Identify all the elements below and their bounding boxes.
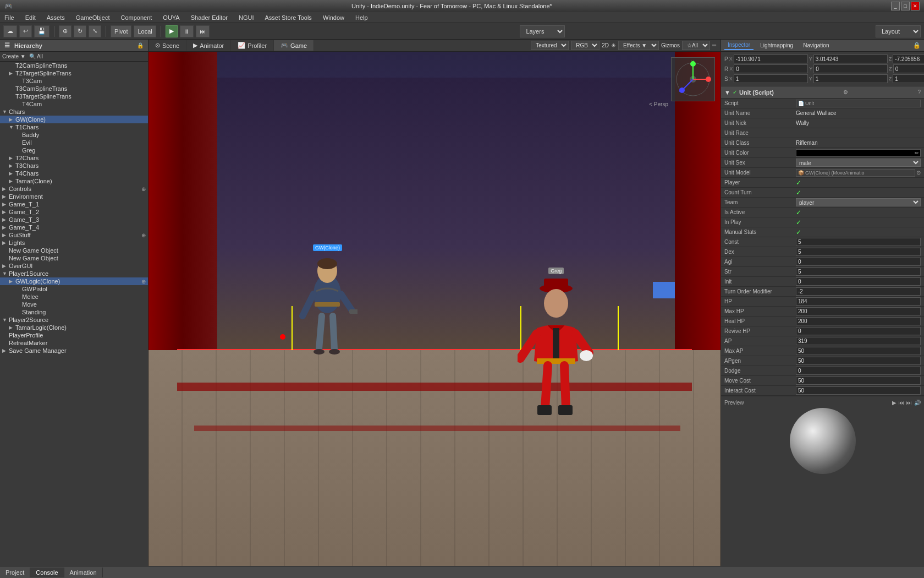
pause-button[interactable]: ⏸ (180, 25, 194, 37)
layers-dropdown[interactable]: Layers (520, 25, 565, 37)
ap-input[interactable]: 319 (796, 337, 921, 345)
close-button[interactable]: ✕ (911, 2, 920, 10)
hier-PlayerProfile[interactable]: PlayerProfile (0, 331, 148, 339)
pos-x-input[interactable]: -110.9071 (734, 54, 808, 63)
hier-Greg[interactable]: Greg (0, 146, 148, 154)
pivot-button[interactable]: Pivot (111, 25, 131, 37)
tab-game[interactable]: 🎮 Game (274, 40, 314, 51)
new-button[interactable]: ☁ (3, 25, 17, 37)
hier-Player1Source[interactable]: ▼Player1Source (0, 270, 148, 277)
gizmos-dropdown[interactable]: ☆All (682, 41, 710, 50)
hier-TamarLogicClone[interactable]: ▶TamarLogic(Clone) (0, 324, 148, 331)
hier-Standing[interactable]: Standing (0, 308, 148, 316)
apgen-input[interactable]: 50 (796, 357, 921, 365)
tab-lightmapping[interactable]: Lightmapping (757, 41, 796, 50)
dex-input[interactable]: 5 (796, 248, 921, 256)
unit-model-ref[interactable]: 📦 GW(Clone) (MoveAnimatio (796, 169, 915, 177)
in-play-checkbox[interactable]: ✓ (796, 219, 801, 226)
open-button[interactable]: ↩ (19, 25, 32, 37)
tab-profiler[interactable]: 📈 Profiler (231, 40, 274, 51)
hier-NewGameObject2[interactable]: New Game Object (0, 254, 148, 262)
hier-T3Cam[interactable]: T3Cam (0, 77, 148, 85)
turn-order-modifier-input[interactable]: -2 (796, 287, 921, 296)
str-input[interactable]: 5 (796, 268, 921, 276)
rot-x-input[interactable]: 0 (734, 64, 808, 73)
count-turn-checkbox[interactable]: ✓ (796, 189, 801, 197)
team-dropdown[interactable]: playerenemy (796, 198, 921, 206)
menu-window[interactable]: Window (321, 13, 346, 22)
tab-navigation[interactable]: Navigation (800, 41, 832, 50)
hier-GameT2[interactable]: ▶Game_T_2 (0, 208, 148, 216)
hierarchy-search[interactable]: 🔍 All (29, 53, 43, 59)
hier-Evil[interactable]: Evil (0, 139, 148, 146)
scale-z-input[interactable]: 1 (893, 74, 924, 83)
minimize-button[interactable]: _ (891, 2, 900, 10)
player-checkbox[interactable]: ✓ (796, 179, 801, 187)
hier-Environment[interactable]: ▶Environment (0, 193, 148, 200)
is-active-checkbox[interactable]: ✓ (796, 209, 801, 216)
max-hp-input[interactable]: 200 (796, 307, 921, 315)
unit-sex-dropdown[interactable]: malefemale (796, 159, 921, 167)
hier-T3TargetSplineTrans[interactable]: T3TargetSplineTrans (0, 92, 148, 100)
hier-Controls[interactable]: ▶Controls ⊕ (0, 185, 148, 193)
hier-GWLogicClone[interactable]: ▶GWLogic(Clone) ⊕ (0, 277, 148, 285)
textured-dropdown[interactable]: Textured (531, 41, 569, 50)
layout-dropdown[interactable]: Layout (876, 25, 921, 37)
tab-animation[interactable]: Animation (64, 568, 103, 577)
script-value[interactable]: 📄 Unit (796, 100, 921, 107)
hierarchy-create[interactable]: Create ▼ (2, 53, 26, 59)
persp-button[interactable]: < Persp (649, 101, 668, 107)
init-input[interactable]: 0 (796, 277, 921, 286)
hier-T4Cam[interactable]: T4Cam (0, 100, 148, 108)
component-help-icon[interactable]: ? (917, 89, 921, 95)
rgb-dropdown[interactable]: RGB (571, 41, 600, 50)
rotate-button[interactable]: ↻ (74, 25, 86, 37)
rot-z-input[interactable]: 0 (893, 64, 924, 73)
menu-shader-editor[interactable]: Shader Editor (189, 13, 230, 22)
hier-GWPistol[interactable]: GWPistol (0, 285, 148, 293)
move-cost-input[interactable]: 50 (796, 377, 921, 385)
unit-script-component-header[interactable]: ▼ ✓ Unit (Script) ⚙ ? (721, 86, 924, 99)
revive-hp-input[interactable]: 0 (796, 327, 921, 335)
hier-SaveGameManager[interactable]: ▶Save Game Manager (0, 347, 148, 355)
hier-T3Chars[interactable]: ▶T3Chars (0, 162, 148, 170)
preview-volume-icon[interactable]: 🔊 (914, 400, 921, 406)
tab-inspector[interactable]: Inspector (724, 41, 754, 50)
twod-button[interactable]: 2D (602, 42, 609, 48)
minimize-panel-icon[interactable]: ═ (712, 42, 716, 48)
menu-component[interactable]: Component (118, 13, 154, 22)
maximize-button[interactable]: □ (901, 2, 910, 10)
rot-y-input[interactable]: 0 (813, 64, 888, 73)
component-enabled-check[interactable]: ✓ (733, 89, 737, 95)
tab-console[interactable]: Console (30, 568, 64, 577)
menu-assets[interactable]: Assets (45, 13, 67, 22)
menu-asset-store-tools[interactable]: Asset Store Tools (262, 13, 314, 22)
hier-T1Chars[interactable]: ▼T1Chars (0, 123, 148, 131)
menu-gameobject[interactable]: GameObject (74, 13, 112, 22)
hier-Baddy[interactable]: Baddy (0, 131, 148, 139)
agi-input[interactable]: 0 (796, 258, 921, 266)
tab-project[interactable]: Project (0, 568, 30, 577)
hier-Melee[interactable]: Melee (0, 293, 148, 301)
play-button[interactable]: ▶ (166, 25, 178, 37)
hier-GWClone[interactable]: ▶GW(Clone) (0, 116, 148, 123)
local-button[interactable]: Local (134, 25, 156, 37)
menu-file[interactable]: File (2, 13, 16, 22)
max-ap-input[interactable]: 50 (796, 347, 921, 355)
preview-play-icon[interactable]: ▶ (892, 400, 897, 406)
scale-button[interactable]: ⤡ (89, 25, 101, 37)
menu-help[interactable]: Help (353, 13, 370, 22)
manual-stats-checkbox[interactable]: ✓ (796, 228, 801, 236)
hier-GameT4[interactable]: ▶Game_T_4 (0, 223, 148, 231)
dodge-input[interactable]: 0 (796, 367, 921, 375)
unit-color-swatch[interactable]: ✏ (796, 149, 921, 157)
hier-TamarClone[interactable]: ▶Tamar(Clone) (0, 177, 148, 185)
preview-rewind-icon[interactable]: ⏮ (899, 400, 904, 406)
component-settings-icon[interactable]: ⚙ (843, 89, 848, 95)
model-target-icon[interactable]: ⊙ (916, 170, 921, 176)
hier-GuiStuff[interactable]: ▶GuiStuff ⊕ (0, 231, 148, 239)
heal-hp-input[interactable]: 200 (796, 317, 921, 325)
hier-T3CamSplineTrans[interactable]: T3CamSplineTrans (0, 85, 148, 92)
hier-T2CamSplineTrans[interactable]: T2CamSplineTrans (0, 62, 148, 69)
hier-GameT1[interactable]: ▶Game_T_1 (0, 200, 148, 208)
